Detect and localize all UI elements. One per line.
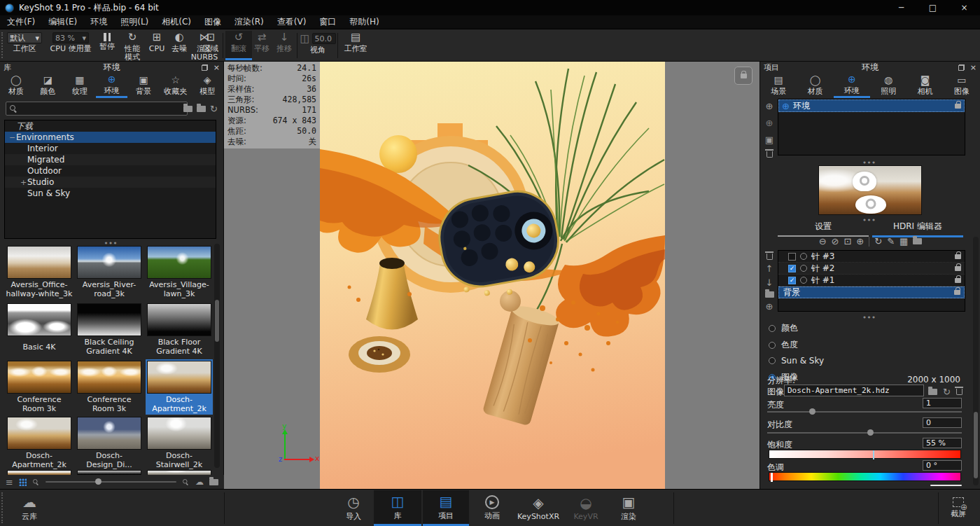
tab-scene[interactable]: ▤ 场景	[760, 73, 797, 98]
thumbnail-village-lawn[interactable]: Aversis_Village-lawn_3k	[146, 246, 213, 298]
dolly-button[interactable]: ↓ 推移	[273, 31, 295, 60]
tab-environment-settings[interactable]: 设置	[778, 221, 869, 237]
tree-item-downloads[interactable]: 下载	[5, 120, 216, 132]
menu-view[interactable]: 查看(V)	[277, 16, 307, 28]
toolbar-drag-handle[interactable]	[1, 32, 4, 58]
edit-icon[interactable]: ✎	[887, 236, 895, 247]
source-option-color[interactable]: 颜色	[769, 322, 798, 334]
refresh-icon[interactable]: ↻	[943, 387, 951, 397]
lock-icon[interactable]	[955, 278, 961, 283]
delete-pin-icon[interactable]	[766, 254, 773, 260]
move-down-icon[interactable]: ↓	[766, 277, 774, 288]
tab-models[interactable]: ◈ 模型	[191, 73, 223, 98]
camera-lock-button[interactable]	[734, 67, 752, 85]
thumbnail-black-ceiling-gradient[interactable]: Black Ceiling Gradient 4K	[76, 303, 143, 356]
tab-backplates[interactable]: ▣ 背景	[127, 73, 160, 98]
lock-icon[interactable]	[955, 266, 961, 271]
thumbnail-partial[interactable]	[147, 470, 211, 475]
project-dock-button[interactable]: ▤ 项目	[423, 490, 469, 526]
screenshot-button[interactable]: 截屏	[941, 490, 976, 526]
menu-render[interactable]: 渲染(R)	[234, 16, 264, 28]
pin-unflatten-icon[interactable]: ⊘	[832, 236, 839, 247]
tree-item-studio[interactable]: + Studio	[5, 177, 216, 188]
thumbnail-dosch-stairwell[interactable]: Dosch-Stairwell_2k	[146, 417, 213, 469]
region-button[interactable]: ⊡ 区域	[199, 31, 223, 60]
thumbnail-dosch-apartment-selected[interactable]: Dosch-Apartment_2k	[146, 359, 213, 415]
thumbnail-dosch-design[interactable]: Dosch-Design_Di...	[76, 417, 143, 469]
fov-field[interactable]: 50.0	[312, 33, 336, 44]
pin-flatten-icon[interactable]: ⊖	[819, 236, 827, 247]
zoom-in-icon[interactable]	[183, 479, 189, 485]
tab-environment[interactable]: ⊕ 环境	[834, 73, 870, 98]
tree-item-sun-sky[interactable]: Sun & Sky	[5, 188, 216, 199]
denoise-button[interactable]: ◐ 去噪	[168, 31, 190, 60]
open-folder-icon[interactable]	[183, 106, 192, 112]
cloud-upload-icon[interactable]: ☁	[195, 477, 204, 487]
pin-folder-icon[interactable]	[765, 291, 774, 298]
cpu-usage-dropdown[interactable]: 83 % ▾	[52, 32, 89, 43]
panel-splitter[interactable]	[760, 314, 980, 318]
contrast-slider[interactable]	[767, 432, 962, 434]
zoom-out-icon[interactable]	[33, 479, 39, 485]
saturation-gradient-slider[interactable]	[769, 450, 961, 459]
move-up-icon[interactable]: ↑	[766, 263, 774, 274]
thumbnail-partial[interactable]	[77, 470, 141, 475]
float-panel-icon[interactable]	[202, 64, 208, 71]
tab-textures[interactable]: ▦ 纹理	[64, 73, 96, 98]
library-scrollbar[interactable]	[214, 244, 220, 468]
panel-resize-handle[interactable]	[930, 485, 962, 486]
tab-materials[interactable]: ◯ 材质	[0, 73, 32, 98]
pin-solo-radio[interactable]	[800, 253, 807, 260]
tab-environments[interactable]: ⊕ 环境	[96, 73, 128, 98]
close-panel-icon[interactable]: ×	[970, 63, 976, 72]
import-environment-icon[interactable]: ⊕	[766, 118, 774, 128]
slider-marker[interactable]	[873, 450, 874, 459]
float-panel-icon[interactable]	[958, 64, 965, 71]
pause-button[interactable]: 暂停	[97, 31, 118, 60]
search-input[interactable]	[20, 104, 183, 113]
thumbnail-basic-4k[interactable]: Basic 4K	[6, 303, 73, 352]
cpu-toggle-button[interactable]: ⊞ CPU	[146, 31, 168, 60]
slider-knob[interactable]	[867, 429, 874, 436]
hue-value[interactable]: 0 °	[923, 460, 962, 471]
tab-material[interactable]: ◯ 材质	[797, 73, 833, 98]
panel-splitter[interactable]	[760, 159, 980, 163]
animation-button[interactable]: ▶ 动画	[473, 490, 511, 526]
tab-camera[interactable]: ◙ 相机	[906, 73, 943, 98]
source-option-chroma[interactable]: 色度	[769, 339, 798, 351]
studio-button[interactable]: ▤ 工作室	[340, 31, 371, 60]
pin-solo-radio[interactable]	[800, 265, 807, 272]
menu-image[interactable]: 图像	[204, 16, 221, 28]
project-scrollbar[interactable]	[973, 237, 979, 485]
tree-item-migrated[interactable]: Migrated	[5, 154, 216, 165]
hdri-preview[interactable]	[818, 165, 922, 215]
thumbnail-black-floor-gradient[interactable]: Black Floor Gradient 4K	[146, 303, 213, 356]
tab-image[interactable]: ▭ 图像	[944, 73, 980, 98]
hdri-pin[interactable]	[855, 195, 886, 214]
thumbnail-conference-room-2[interactable]: Conference Room 3k	[76, 361, 143, 413]
menu-help[interactable]: 帮助(H)	[349, 16, 379, 28]
menu-window[interactable]: 窗口	[319, 16, 336, 28]
thumbnail-conference-room-1[interactable]: Conference Room 3k	[6, 361, 73, 413]
dock-drag-handle[interactable]	[1, 492, 4, 523]
keyshotxr-button[interactable]: ◈ KeyShotXR	[513, 490, 564, 526]
thumbnail-river-road[interactable]: Aversis_River-road_3k	[76, 246, 143, 298]
brightness-value[interactable]: 1	[923, 398, 962, 408]
thumbnail-size-slider[interactable]	[46, 481, 176, 483]
save-icon[interactable]: ▦	[899, 236, 908, 247]
thumbnail-partial[interactable]	[7, 470, 71, 475]
browse-folder-icon[interactable]	[928, 389, 937, 395]
lock-icon[interactable]	[955, 254, 961, 259]
menu-edit[interactable]: 编辑(E)	[48, 16, 77, 28]
minimize-button[interactable]: ─	[886, 0, 917, 15]
pin-visibility-checkbox[interactable]	[788, 253, 796, 261]
menu-lighting[interactable]: 照明(L)	[120, 16, 148, 28]
list-view-icon[interactable]: ≡	[6, 477, 13, 487]
close-panel-icon[interactable]: ×	[214, 63, 220, 72]
hdri-image-input[interactable]	[784, 385, 924, 396]
lock-icon[interactable]	[955, 104, 961, 109]
delete-image-icon[interactable]	[956, 389, 962, 395]
refresh-icon[interactable]: ↻	[874, 236, 882, 247]
add-folder-icon[interactable]	[197, 106, 206, 112]
workspace-dropdown[interactable]: 默认 ▾	[7, 32, 42, 43]
